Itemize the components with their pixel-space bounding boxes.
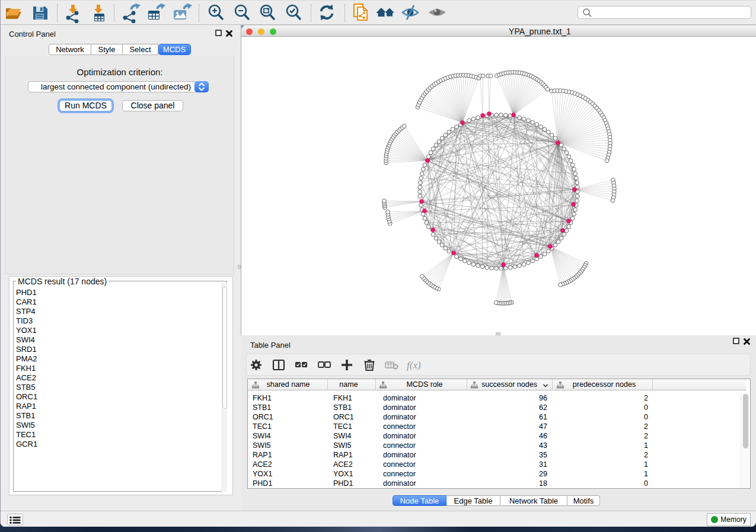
svg-text:f(x): f(x) [407,360,421,371]
